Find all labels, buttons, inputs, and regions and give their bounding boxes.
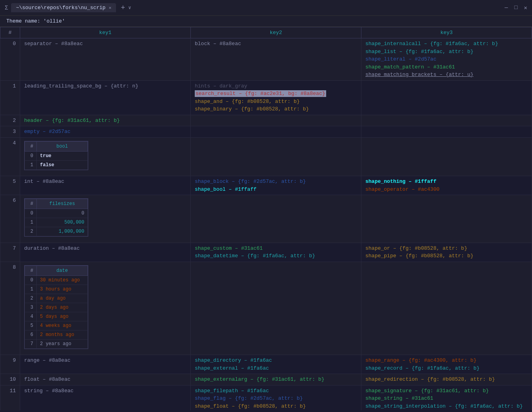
close-button[interactable]: ✕ [524,4,527,11]
mini-row-val: 30 minutes ago [37,275,88,285]
row-num: 1 [0,80,20,115]
mini-col-bool: bool [37,141,88,151]
mini-row-val: 2 years ago [37,339,88,348]
titlebar-tab[interactable]: ~\source\repos\forks\nu_scrip ✕ [11,3,116,12]
row-key2 [191,115,361,126]
row-key3 [361,80,532,115]
row-key1: int – #8a8eac [20,176,191,195]
row-key3 [361,137,532,176]
new-tab-button[interactable]: + [121,4,125,12]
col-header-key2: key2 [191,27,361,38]
mini-row-num: 6 [25,330,37,339]
row-num: 3 [0,126,20,138]
row-key3: shape_range – {fg: #ac4300, attr: b} sha… [361,355,532,374]
tab-chevron-icon[interactable]: ∨ [128,5,131,11]
row-key3 [361,115,532,126]
mini-row-num: 1 [25,218,37,227]
row-key3 [361,195,532,243]
theme-name-label: Theme name: 'ollie' [6,18,65,24]
mini-row-num: 4 [25,312,37,321]
tab-label: ~\source\repos\forks\nu_scrip [16,5,105,11]
table-row: 2 header – {fg: #31ac61, attr: b} [0,115,532,126]
row-key2: shape_custom – #31ac61 shape_datetime – … [191,243,361,262]
mini-row-val: 500,000 [37,218,88,227]
mini-row-num: 0 [25,275,37,285]
mini-row-val: 0 [37,209,88,218]
table-row: 10 float – #8a8eac shape_externalarg – {… [0,374,532,385]
mini-col-filesizes: filesizes [37,199,88,209]
row-num: 4 [0,137,20,176]
table-row: 8 # date 0 [0,262,532,355]
row-num: 2 [0,115,20,126]
row-key2 [191,195,361,243]
row-key2 [191,137,361,176]
tab-close-icon[interactable]: ✕ [109,5,112,10]
mini-row-val: 1,000,000 [37,227,88,236]
row-key3: shape_internalcall – {fg: #1fa6ac, attr:… [361,38,532,81]
mini-col-num: # [25,199,37,209]
row-num: 0 [0,38,20,81]
row-key2: shape_filepath – #1fa6ac shape_flag – {f… [191,385,361,410]
maximize-button[interactable]: □ [514,4,517,11]
row-key1: # date 0 30 minutes ago 1 [20,262,191,355]
mini-row-val: false [37,160,88,169]
mini-row-num: 3 [25,303,37,312]
data-table: # key1 key2 key3 0 separator – #8a8eac b… [0,27,532,410]
row-key1: # bool 0 true 1 [20,137,191,176]
row-key1: header – {fg: #31ac61, attr: b} [20,115,191,126]
row-num: 5 [0,176,20,195]
table-row: 1 leading_trailing_space_bg – {attr: n} … [0,80,532,115]
table-row: 6 # filesizes 0 [0,195,532,243]
row-key1: float – #8a8eac [20,374,191,385]
mini-row-val: 5 days ago [37,312,88,321]
row-key2: shape_block – {fg: #2d57ac, attr: b} sha… [191,176,361,195]
mini-row-num: 2 [25,294,37,303]
window-controls: — □ ✕ [505,4,527,11]
row-key3 [361,126,532,138]
row-num: 7 [0,243,20,262]
mini-col-date: date [37,266,88,275]
table-row: 9 range – #8a8eac shape_directory – #1fa… [0,355,532,374]
row-key1: duration – #8a8eac [20,243,191,262]
col-header-key1: key1 [20,27,191,38]
mini-col-num: # [25,141,37,151]
main-content: # key1 key2 key3 0 separator – #8a8eac b… [0,27,532,410]
row-key2: hints – dark_gray search_result – {fg: #… [191,80,361,115]
mini-bool-table: # bool 0 true 1 [24,141,88,170]
terminal-icon: Σ [5,5,8,11]
row-key1: separator – #8a8eac [20,38,191,81]
row-num: 10 [0,374,20,385]
row-num: 9 [0,355,20,374]
table-row: 0 separator – #8a8eac block – #8a8eac sh… [0,38,532,81]
table-row: 7 duration – #8a8eac shape_custom – #31a… [0,243,532,262]
mini-date-table: # date 0 30 minutes ago 1 [24,265,88,349]
row-key2: block – #8a8eac [191,38,361,81]
col-header-num: # [0,27,20,38]
row-key3: shape_signature – {fg: #31ac61, attr: b}… [361,385,532,410]
row-key1: empty – #2d57ac [20,126,191,138]
row-num: 8 [0,262,20,355]
mini-row-val: a day ago [37,294,88,303]
row-key3: shape_redirection – {fg: #b08528, attr: … [361,374,532,385]
table-row: 4 # bool 0 [0,137,532,176]
row-num: 6 [0,195,20,243]
mini-row-num: 1 [25,160,37,169]
mini-row-val: 4 weeks ago [37,321,88,330]
row-key1: # filesizes 0 0 1 [20,195,191,243]
row-key3: shape_or – {fg: #b08528, attr: b} shape_… [361,243,532,262]
row-key1: string – #8a8eac [20,385,191,410]
mini-row-val: true [37,151,88,160]
row-key2: shape_externalarg – {fg: #31ac61, attr: … [191,374,361,385]
mini-row-num: 5 [25,321,37,330]
row-key2 [191,126,361,138]
mini-row-val: 3 hours ago [37,285,88,294]
mini-row-num: 1 [25,285,37,294]
mini-row-num: 2 [25,227,37,236]
row-key2 [191,262,361,355]
mini-filesizes-table: # filesizes 0 0 1 [24,198,88,237]
titlebar: Σ ~\source\repos\forks\nu_scrip ✕ + ∨ — … [0,0,532,16]
search-result-highlight: search_result – {fg: #ac2e31, bg: #8a8ea… [195,90,326,97]
minimize-button[interactable]: — [505,4,508,11]
row-key2: shape_directory – #1fa6ac shape_external… [191,355,361,374]
mini-row-num: 0 [25,151,37,160]
